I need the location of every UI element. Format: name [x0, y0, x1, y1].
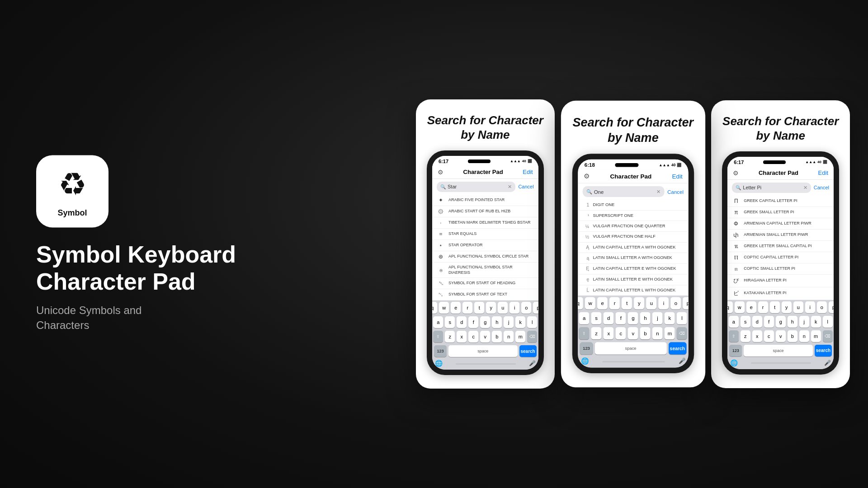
- nav-edit-2[interactable]: Edit: [672, 173, 682, 180]
- key-a2[interactable]: a: [579, 312, 589, 324]
- key-p3[interactable]: p: [829, 301, 834, 313]
- key-e[interactable]: e: [451, 302, 461, 314]
- result-item[interactable]: = STAR EQUALS: [432, 229, 538, 240]
- key-f[interactable]: f: [468, 316, 478, 328]
- result-item[interactable]: ⲡ COPTIC SMALL LETTER PI: [727, 263, 834, 275]
- key-backspace2[interactable]: ⌫: [677, 327, 687, 339]
- result-item[interactable]: ␁ SYMBOL FOR START OF HEADING: [432, 278, 538, 289]
- nav-edit-1[interactable]: Edit: [523, 169, 533, 175]
- key-search-2[interactable]: search: [668, 342, 686, 354]
- key-d[interactable]: d: [457, 316, 467, 328]
- key-q3[interactable]: q: [727, 301, 732, 313]
- key-g2[interactable]: g: [628, 312, 638, 324]
- key-r[interactable]: r: [462, 302, 472, 314]
- key-t3[interactable]: t: [770, 301, 780, 313]
- key-o3[interactable]: o: [817, 301, 827, 313]
- key-o2[interactable]: o: [670, 297, 681, 310]
- key-i[interactable]: i: [509, 302, 519, 314]
- key-g[interactable]: g: [480, 316, 490, 328]
- result-item[interactable]: Π GREEK CAPITAL LETTER PI: [727, 196, 834, 207]
- key-123[interactable]: 123: [434, 345, 447, 357]
- nav-settings-3[interactable]: ⚙: [733, 169, 739, 177]
- result-item[interactable]: 1 DIGIT ONE: [578, 200, 688, 211]
- key-l[interactable]: l: [527, 316, 537, 328]
- search-input-1[interactable]: 🔍 Star ✕: [437, 182, 515, 192]
- key-i2[interactable]: i: [658, 297, 669, 310]
- result-item[interactable]: Ę LATIN CAPITAL LETTER E WITH OGONEK: [578, 264, 688, 275]
- key-backspace3[interactable]: ⌫: [823, 330, 833, 342]
- key-space-2[interactable]: space: [594, 342, 666, 354]
- result-item[interactable]: ⊛ APL FUNCTIONAL SYMBOL CIRCLE STAR: [432, 251, 538, 263]
- key-l3[interactable]: l: [823, 316, 833, 328]
- result-item[interactable]: Փ ARMENIAN CAPITAL LETTER PIWR: [727, 218, 834, 230]
- key-e2[interactable]: e: [597, 297, 608, 310]
- key-n2[interactable]: n: [652, 327, 663, 339]
- key-z3[interactable]: z: [741, 330, 750, 342]
- result-item[interactable]: · TIBETAN MARK DELIMITER TSHEG BSTAR: [432, 217, 538, 229]
- key-r2[interactable]: r: [609, 297, 620, 310]
- cancel-btn-2[interactable]: Cancel: [667, 189, 684, 194]
- key-t[interactable]: t: [474, 302, 484, 314]
- search-clear-3[interactable]: ✕: [803, 185, 807, 191]
- result-item[interactable]: ½ VULGAR FRACTION ONE HALF: [578, 232, 688, 243]
- key-c[interactable]: c: [468, 331, 478, 343]
- key-c3[interactable]: c: [764, 330, 774, 342]
- globe-icon-1[interactable]: 🌐: [435, 360, 443, 367]
- key-j2[interactable]: j: [652, 312, 663, 324]
- key-u3[interactable]: u: [793, 301, 803, 313]
- key-c2[interactable]: c: [616, 327, 626, 339]
- key-s2[interactable]: s: [591, 312, 601, 324]
- key-d2[interactable]: d: [603, 312, 613, 324]
- key-f3[interactable]: f: [764, 316, 774, 328]
- search-input-3[interactable]: 🔍 Letter Pi ✕: [732, 183, 811, 193]
- key-w3[interactable]: w: [735, 301, 745, 313]
- result-item[interactable]: Ą LATIN CAPITAL LETTER A WITH OGONEK: [578, 243, 688, 253]
- key-search[interactable]: search: [519, 345, 537, 357]
- result-item[interactable]: փ ARMENIAN SMALL LETTER PIWR: [727, 230, 834, 241]
- key-a[interactable]: a: [433, 316, 443, 328]
- key-v3[interactable]: v: [776, 330, 786, 342]
- key-y[interactable]: y: [486, 302, 496, 314]
- key-b2[interactable]: b: [640, 327, 651, 339]
- key-shift[interactable]: ⇧: [433, 331, 443, 343]
- key-s3[interactable]: s: [741, 316, 750, 328]
- result-item[interactable]: ą LATIN SMALL LETTER A WITH OGONEK: [578, 253, 688, 264]
- key-s[interactable]: s: [445, 316, 455, 328]
- result-item[interactable]: ピ KATAKANA LETTER PI: [727, 287, 834, 300]
- result-item[interactable]: ⍟ APL FUNCTIONAL SYMBOL STAR DIAERESIS: [432, 263, 538, 278]
- key-backspace[interactable]: ⌫: [527, 331, 537, 343]
- key-x3[interactable]: x: [752, 330, 762, 342]
- result-item[interactable]: ۞ ARABIC START OF RUB EL HIZB: [432, 206, 538, 217]
- key-q[interactable]: q: [432, 302, 437, 314]
- result-item[interactable]: ¼ VULGAR FRACTION ONE QUARTER: [578, 221, 688, 232]
- key-q2[interactable]: q: [578, 297, 583, 310]
- key-123-2[interactable]: 123: [580, 342, 593, 354]
- key-e3[interactable]: e: [746, 301, 756, 313]
- key-z[interactable]: z: [445, 331, 455, 343]
- search-clear-2[interactable]: ✕: [656, 188, 660, 195]
- key-y3[interactable]: y: [782, 301, 792, 313]
- result-item[interactable]: ぴ HIRAGANA LETTER PI: [727, 275, 834, 287]
- key-k2[interactable]: k: [665, 312, 675, 324]
- key-b3[interactable]: b: [788, 330, 797, 342]
- mic-icon-1[interactable]: 🎤: [529, 360, 536, 366]
- key-j[interactable]: j: [504, 316, 514, 328]
- key-z2[interactable]: z: [591, 327, 601, 339]
- result-item[interactable]: π GREEK SMALL LETTER PI: [727, 207, 834, 218]
- result-item[interactable]: ¹ SUPERSCRIPT ONE: [578, 211, 688, 221]
- key-m3[interactable]: m: [811, 330, 821, 342]
- key-m[interactable]: m: [515, 331, 525, 343]
- key-u[interactable]: u: [498, 302, 508, 314]
- result-item[interactable]: ℼ GREEK LETTER SMALL CAPITAL PI: [727, 241, 834, 252]
- key-a3[interactable]: a: [729, 316, 739, 328]
- nav-settings-2[interactable]: ⚙: [583, 173, 590, 180]
- key-h[interactable]: h: [492, 316, 502, 328]
- nav-settings-1[interactable]: ⚙: [438, 169, 443, 176]
- key-h2[interactable]: h: [640, 312, 651, 324]
- key-l2[interactable]: l: [677, 312, 687, 324]
- key-w[interactable]: w: [439, 302, 449, 314]
- key-r3[interactable]: r: [758, 301, 768, 313]
- key-m2[interactable]: m: [665, 327, 675, 339]
- key-shift3[interactable]: ⇧: [729, 330, 739, 342]
- globe-icon-3[interactable]: 🌐: [730, 359, 738, 366]
